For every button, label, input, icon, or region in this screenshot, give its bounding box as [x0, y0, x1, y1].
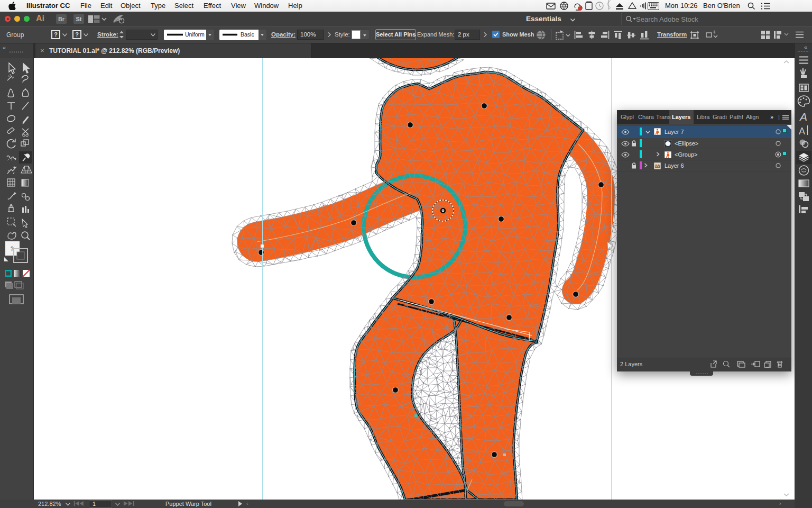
svg-text:A: A — [799, 111, 807, 123]
svg-text:A: A — [799, 126, 805, 137]
